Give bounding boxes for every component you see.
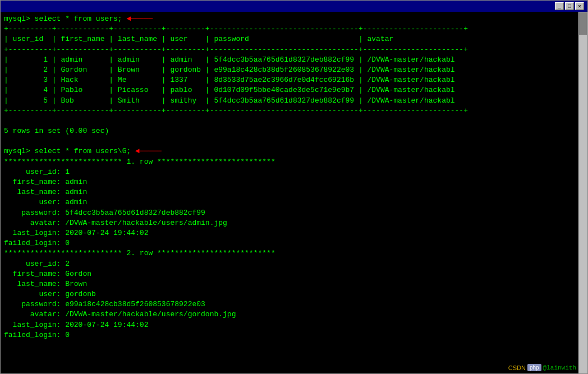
terminal-line: | 4 | Pablo | Picasso | pablo | 0d107d09… (4, 85, 584, 95)
field-row: user: admin (4, 198, 87, 206)
field-row: failed_login: 0 (4, 331, 70, 339)
field-row: last_name: Brown (4, 280, 87, 288)
terminal-line: | 1 | admin | admin | admin | 5f4dcc3b5a… (4, 55, 584, 65)
minimize-button[interactable]: _ (555, 2, 564, 10)
terminal-line: | 3 | Hack | Me | 1337 | 8d3533d75ae2c39… (4, 75, 584, 85)
blank-line (4, 117, 8, 125)
terminal-line: user_id: 1 (4, 167, 584, 177)
watermark-user: @lainwith (543, 364, 576, 371)
table-row: | 2 | Gordon | Brown | gordonb | e99a18c… (4, 66, 455, 74)
terminal-line: | 2 | Gordon | Brown | gordonb | e99a18c… (4, 65, 584, 75)
table-row: | 4 | Pablo | Picasso | pablo | 0d107d09… (4, 86, 455, 94)
arrow-indicator: ◄───── (135, 147, 162, 155)
field-row: user_id: 2 (4, 260, 70, 268)
scrollbar[interactable] (578, 12, 587, 373)
terminal-line: failed_login: 0 (4, 330, 584, 340)
field-row: avatar: /DVWA-master/hackable/users/gord… (4, 310, 236, 318)
terminal-line: +----------+------------+-----------+---… (4, 45, 584, 55)
prompt-text: mysql> select * from users\G; (4, 147, 131, 155)
terminal-line: +----------+------------+-----------+---… (4, 106, 584, 116)
table-row: | 5 | Bob | Smith | smithy | 5f4dcc3b5aa… (4, 96, 455, 105)
terminal-line: user: gordonb (4, 289, 584, 299)
field-row: last_name: admin (4, 188, 87, 196)
terminal-line: password: e99a18c428cb38d5f260853678922e… (4, 299, 584, 310)
table-header: | user_id | first_name | last_name | use… (4, 35, 463, 43)
table-separator: +----------+------------+-----------+---… (4, 45, 468, 54)
terminal-line: *************************** 1. row *****… (4, 157, 584, 167)
terminal-line: mysql> select * from users\G; ◄───── (4, 146, 584, 156)
terminal-line: last_login: 2020-07-24 19:44:02 (4, 320, 584, 330)
csdn-label: CSDN (508, 364, 526, 371)
terminal-line: last_name: admin (4, 187, 584, 197)
field-row: first_name: Gordon (4, 270, 91, 278)
maximize-button[interactable]: □ (565, 2, 574, 10)
terminal-line: first_name: Gordon (4, 269, 584, 279)
terminal-line: | 5 | Bob | Smith | smithy | 5f4dcc3b5aa… (4, 96, 584, 106)
field-row: user: gordonb (4, 290, 96, 298)
terminal-line: password: 5f4dcc3b5aa765d61d8327deb882cf… (4, 208, 584, 218)
field-row: avatar: /DVWA-master/hackable/users/admi… (4, 219, 227, 227)
table-separator: +----------+------------+-----------+---… (4, 25, 468, 33)
terminal-line: last_login: 2020-07-24 19:44:02 (4, 228, 584, 238)
terminal-line: +----------+------------+-----------+---… (4, 24, 584, 34)
terminal-line: first_name: admin (4, 177, 584, 187)
field-row: password: e99a18c428cb38d5f260853678922e… (4, 300, 205, 308)
php-badge: php (527, 364, 541, 371)
terminal-line: user: admin (4, 197, 584, 207)
terminal-line: *************************** 2. row *****… (4, 248, 584, 258)
terminal-line: avatar: /DVWA-master/hackable/users/admi… (4, 218, 584, 228)
terminal-window: _ □ ✕ mysql> select * from users; ◄─────… (0, 0, 588, 374)
field-row: user_id: 1 (4, 168, 70, 176)
terminal-body[interactable]: mysql> select * from users; ◄─────+-----… (1, 12, 587, 373)
terminal-line: last_name: Brown (4, 279, 584, 289)
terminal-line: failed_login: 0 (4, 238, 584, 248)
terminal-line: 5 rows in set (0.00 sec) (4, 126, 584, 136)
scrollbar-thumb[interactable] (579, 12, 587, 35)
field-row: password: 5f4dcc3b5aa765d61d8327deb882cf… (4, 209, 205, 217)
table-row: | 3 | Hack | Me | 1337 | 8d3533d75ae2c39… (4, 76, 455, 84)
field-row: failed_login: 0 (4, 239, 70, 247)
watermark: CSDN php @lainwith (508, 364, 576, 371)
terminal-line (4, 116, 584, 126)
table-separator: +----------+------------+-----------+---… (4, 107, 468, 115)
field-row: last_login: 2020-07-24 19:44:02 (4, 229, 148, 237)
blank-line (4, 137, 8, 145)
terminal-line: user_id: 2 (4, 259, 584, 269)
close-button[interactable]: ✕ (575, 2, 584, 10)
title-bar: _ □ ✕ (1, 1, 587, 12)
window-controls: _ □ ✕ (555, 2, 584, 10)
prompt-text: mysql> select * from users; (4, 15, 122, 23)
field-row: first_name: admin (4, 178, 87, 186)
field-row: last_login: 2020-07-24 19:44:02 (4, 321, 148, 329)
terminal-line (4, 136, 584, 146)
terminal-line: mysql> select * from users; ◄───── (4, 14, 584, 24)
table-row: | 1 | admin | admin | admin | 5f4dcc3b5a… (4, 56, 455, 64)
terminal-line: avatar: /DVWA-master/hackable/users/gord… (4, 310, 584, 320)
info-text: 5 rows in set (0.00 sec) (4, 127, 109, 135)
row-separator: *************************** 2. row *****… (4, 249, 275, 257)
row-separator: *************************** 1. row *****… (4, 158, 275, 166)
arrow-indicator: ◄───── (126, 15, 153, 23)
terminal-line: | user_id | first_name | last_name | use… (4, 34, 584, 44)
